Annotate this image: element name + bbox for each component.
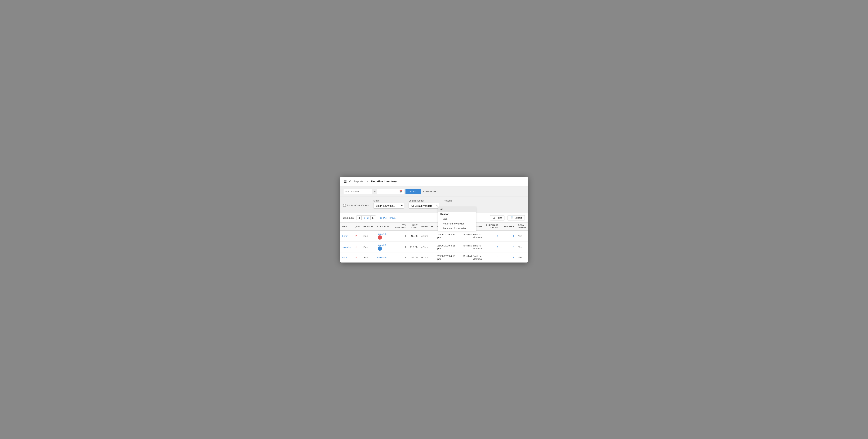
vendor-filter-group: Default Vendor All Default Vendors xyxy=(408,199,439,209)
advanced-label: Advanced xyxy=(425,190,436,193)
cell-source-1[interactable]: Sale #69 2 xyxy=(375,241,393,252)
col-reason: REASON xyxy=(362,223,375,230)
col-qty-removed: QTYREMOVED xyxy=(393,223,408,230)
results-bar: 3 Results ◀ 1 - 3 ▶ 15 PER PAGE 🖨 Print … xyxy=(340,213,528,223)
results-table-wrap: ITEM QOH REASON ▲ SOURCE QTYREMOVED UNIT… xyxy=(340,223,528,263)
col-transfer: TRANSFER xyxy=(500,223,516,230)
cell-item-2[interactable]: t-shirt xyxy=(340,252,353,262)
shop-filter-group: Shop Smith & Smith's... xyxy=(373,199,404,209)
titlebar: ☰ ✔ Reports > Negative inventory xyxy=(340,177,528,187)
reason-filter-group: Reason All Reason Sale Returned to vendo… xyxy=(444,199,452,202)
cell-qoh-0: -2 xyxy=(353,230,362,242)
show-ecom-label[interactable]: Show eCom Orders xyxy=(343,204,369,207)
table-row: sweater -1 Sale Sale #69 2 1 $10.00 eCom… xyxy=(340,241,528,252)
cell-shop-0: Smith & Smith's - Montreal xyxy=(458,230,484,242)
advanced-button[interactable]: ▾ Advanced xyxy=(423,190,436,193)
col-ecom-order: ECOMORDER xyxy=(516,223,528,230)
cell-employee-0: eCom xyxy=(420,230,436,242)
cell-datetime-2: 26/06/2019 4:18 pm xyxy=(435,252,458,262)
cell-unit-cost-0: $5.00 xyxy=(408,230,420,242)
cell-employee-2: eCom xyxy=(420,252,436,262)
cell-qoh-1: -1 xyxy=(353,241,362,252)
shop-select[interactable]: Smith & Smith's... xyxy=(373,203,404,209)
cell-purchase-order-1[interactable]: 1 xyxy=(484,241,500,252)
vendor-select[interactable]: All Default Vendors xyxy=(408,203,439,209)
cell-purchase-order-0[interactable]: 0 xyxy=(484,230,500,242)
filters-bar: Show eCom Orders Shop Smith & Smith's...… xyxy=(340,197,528,213)
cell-reason-2: Sale xyxy=(362,252,375,262)
reason-option-removed[interactable]: Removed for transfer xyxy=(438,226,476,231)
cell-qoh-2: -2 xyxy=(353,252,362,262)
col-unit-cost: UNITCOST xyxy=(408,223,420,230)
col-source[interactable]: ▲ SOURCE xyxy=(375,223,393,230)
cell-unit-cost-2: $5.00 xyxy=(408,252,420,262)
cell-employee-1: eCom xyxy=(420,241,436,252)
date-to-label: to xyxy=(373,190,376,193)
search-button[interactable]: Search xyxy=(405,189,421,194)
cell-purchase-order-2[interactable]: 0 xyxy=(484,252,500,262)
col-employee: EMPLOYEE xyxy=(420,223,436,230)
cell-reason-1: Sale xyxy=(362,241,375,252)
cell-datetime-1: 26/06/2019 4:18 pm xyxy=(435,241,458,252)
table-header-row: ITEM QOH REASON ▲ SOURCE QTYREMOVED UNIT… xyxy=(340,223,528,230)
cell-reason-0: Sale xyxy=(362,230,375,242)
results-count: 3 Results xyxy=(343,216,353,219)
logo-icon: ✔ xyxy=(349,179,351,183)
cell-source-2[interactable]: Sale #69 xyxy=(375,252,393,262)
item-search-input[interactable] xyxy=(343,189,372,194)
next-page-button[interactable]: ▶ xyxy=(371,216,376,220)
cell-transfer-0[interactable]: 1 xyxy=(500,230,516,242)
export-label: Export xyxy=(515,216,522,219)
breadcrumb-parent[interactable]: Reports xyxy=(353,180,364,183)
cell-ecom-order-1: Yes xyxy=(516,241,528,252)
reason-option-returned[interactable]: Returned to vendor xyxy=(438,221,476,226)
reason-option-all[interactable]: All xyxy=(438,207,476,212)
table-row: t-shirt -2 Sale Sale #68 1 1 $5.00 eCom … xyxy=(340,230,528,242)
cell-item-1[interactable]: sweater xyxy=(340,241,353,252)
pagination: ◀ 1 - 3 ▶ xyxy=(356,215,376,220)
date-input[interactable] xyxy=(377,189,404,194)
table-row: t-shirt -2 Sale Sale #69 1 $5.00 eCom 26… xyxy=(340,252,528,262)
cell-shop-1: Smith & Smith's - Montreal xyxy=(458,241,484,252)
results-table: ITEM QOH REASON ▲ SOURCE QTYREMOVED UNIT… xyxy=(340,223,528,263)
cell-item-0[interactable]: t-shirt xyxy=(340,230,353,242)
export-button[interactable]: 📄 Export xyxy=(507,215,525,221)
col-item: ITEM xyxy=(340,223,353,230)
page-title: Negative inventory xyxy=(371,180,397,183)
cell-datetime-0: 26/06/2019 3:27 pm xyxy=(435,230,458,242)
page-range: 1 - 3 xyxy=(362,216,371,220)
menu-icon[interactable]: ☰ xyxy=(344,179,347,183)
cell-ecom-order-2: Yes xyxy=(516,252,528,262)
shop-label: Shop xyxy=(373,199,404,202)
vendor-label: Default Vendor xyxy=(408,199,439,202)
reason-dropdown[interactable]: All Reason Sale Returned to vendor Remov… xyxy=(438,207,476,231)
date-input-wrap: 📅 xyxy=(377,189,404,194)
main-window: ☰ ✔ Reports > Negative inventory to 📅 Se… xyxy=(340,177,528,263)
cell-unit-cost-1: $10.00 xyxy=(408,241,420,252)
breadcrumb-separator: > xyxy=(367,180,368,183)
cell-transfer-2[interactable]: 1 xyxy=(500,252,516,262)
show-ecom-checkbox[interactable] xyxy=(343,204,346,207)
prev-page-button[interactable]: ◀ xyxy=(356,216,362,220)
col-purchase-order: PURCHASEORDER xyxy=(484,223,500,230)
print-label: Print xyxy=(497,216,502,219)
cell-transfer-1[interactable]: 0 xyxy=(500,241,516,252)
reason-option-sale[interactable]: Sale xyxy=(438,216,476,221)
cell-qty-removed-0: 1 xyxy=(393,230,408,242)
chevron-down-icon: ▾ xyxy=(423,190,424,193)
print-icon: 🖨 xyxy=(493,216,495,219)
reason-label: Reason xyxy=(444,199,452,202)
cell-qty-removed-1: 1 xyxy=(393,241,408,252)
cell-ecom-order-0: Yes xyxy=(516,230,528,242)
export-icon: 📄 xyxy=(510,216,514,219)
cell-qty-removed-2: 1 xyxy=(393,252,408,262)
cell-source-0[interactable]: Sale #68 1 xyxy=(375,230,393,242)
reason-option-reason[interactable]: Reason xyxy=(438,212,476,216)
per-page-selector[interactable]: 15 PER PAGE xyxy=(380,216,396,219)
search-toolbar: to 📅 Search ▾ Advanced xyxy=(340,187,528,197)
cell-shop-2: Smith & Smith's - Montreal xyxy=(458,252,484,262)
print-button[interactable]: 🖨 Print xyxy=(490,215,505,221)
col-qoh: QOH xyxy=(353,223,362,230)
